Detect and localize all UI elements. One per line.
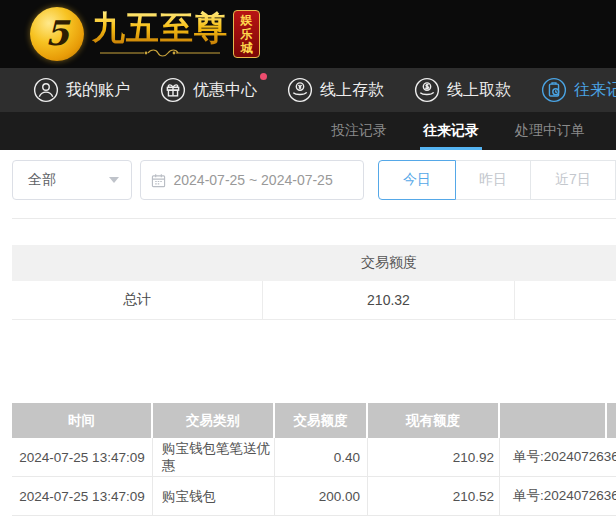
quick-date-buttons: 今日 昨日 近7日 — [378, 160, 616, 200]
cell-balance: 210.92 — [368, 438, 500, 476]
cell-amount: 0.40 — [275, 438, 368, 476]
summary-total-amount: 210.32 — [263, 281, 515, 319]
col-header-balance: 现有额度 — [368, 403, 500, 438]
logo-symbol: 5 — [45, 16, 69, 50]
gift-icon — [160, 77, 186, 103]
section-divider — [12, 218, 616, 219]
notification-dot — [260, 73, 267, 80]
col-header-empty — [607, 403, 616, 438]
nav-item-label: 我的账户 — [66, 80, 130, 101]
nav-item-label: 往来记录 — [574, 80, 616, 101]
site-header: 5 九五至尊 娱 乐 城 — [0, 0, 616, 68]
nav-item-records[interactable]: 往来记录 — [541, 77, 616, 103]
records-clipboard-clock-icon — [541, 77, 567, 103]
filter-bar: 全部 2024-07-25 ~ 2024-07-25 今日 昨日 近7日 — [0, 150, 616, 200]
date-range-value: 2024-07-25 ~ 2024-07-25 — [174, 172, 333, 188]
cell-amount: 200.00 — [275, 477, 368, 515]
nav-item-label: 优惠中心 — [193, 80, 257, 101]
tab-betting-records[interactable]: 投注记录 — [331, 112, 387, 150]
badge-char: 娱 — [241, 13, 253, 27]
nav-item-withdraw[interactable]: 线上取款 — [414, 77, 511, 103]
nav-item-promotions[interactable]: 优惠中心 — [160, 77, 257, 103]
tab-processing-orders[interactable]: 处理中订单 — [515, 112, 585, 150]
cell-order-number: 单号:2024072636 — [500, 477, 607, 515]
logo-coin-icon: 5 — [30, 7, 84, 61]
table-row: 2024-07-25 13:47:09 购宝钱包笔笔送优惠 0.40 210.9… — [12, 438, 616, 477]
table-row: 2024-07-25 13:47:09 购宝钱包 200.00 210.52 单… — [12, 477, 616, 516]
badge-char: 乐 — [241, 27, 253, 41]
yesterday-button[interactable]: 昨日 — [456, 160, 531, 200]
summary-total-label: 总计 — [12, 281, 263, 319]
nav-item-my-account[interactable]: 我的账户 — [33, 77, 130, 103]
col-header-time: 时间 — [12, 403, 153, 438]
cell-type: 购宝钱包 — [153, 477, 275, 515]
summary-header-row: 交易额度 — [12, 245, 616, 281]
summary-header-empty — [12, 245, 263, 281]
cell-balance: 210.52 — [368, 477, 500, 515]
last-7-days-button[interactable]: 近7日 — [531, 160, 616, 200]
summary-header-amount: 交易额度 — [263, 245, 515, 281]
col-header-empty — [500, 403, 607, 438]
flourish-ornament-icon — [100, 48, 220, 58]
nav-item-label: 线上取款 — [447, 80, 511, 101]
summary-table: 交易额度 总计 210.32 — [12, 245, 616, 320]
summary-total-row: 总计 210.32 — [12, 281, 616, 320]
nav-item-label: 线上存款 — [320, 80, 384, 101]
cell-time: 2024-07-25 13:47:09 — [12, 438, 153, 476]
records-table: 时间 交易类别 交易额度 现有额度 2024-07-25 13:47:09 购宝… — [12, 403, 616, 516]
type-select-value: 全部 — [28, 171, 56, 189]
summary-header-empty — [515, 245, 616, 281]
logo-block: 九五至尊 — [92, 10, 228, 57]
cell-time: 2024-07-25 13:47:09 — [12, 477, 153, 515]
date-range-input[interactable]: 2024-07-25 ~ 2024-07-25 — [140, 160, 365, 200]
site-title: 九五至尊 — [92, 10, 228, 46]
col-header-amount: 交易额度 — [275, 403, 368, 438]
type-select[interactable]: 全部 — [12, 160, 132, 200]
page: 5 九五至尊 娱 乐 城 我的账户 — [0, 0, 616, 517]
user-icon — [33, 77, 59, 103]
records-header-row: 时间 交易类别 交易额度 现有额度 — [12, 403, 616, 438]
deposit-hand-coin-icon — [287, 77, 313, 103]
today-button[interactable]: 今日 — [378, 160, 456, 200]
summary-cell-empty — [515, 281, 616, 319]
nav-item-deposit[interactable]: 线上存款 — [287, 77, 384, 103]
withdraw-hand-dollar-icon — [414, 77, 440, 103]
calendar-icon — [151, 173, 166, 188]
cell-empty — [607, 438, 616, 476]
entertainment-city-badge: 娱 乐 城 — [233, 10, 260, 58]
cell-empty — [607, 477, 616, 515]
cell-order-number: 单号:2024072636 — [500, 438, 607, 476]
col-header-type: 交易类别 — [153, 403, 275, 438]
chevron-down-icon — [109, 177, 119, 183]
main-nav: 我的账户 优惠中心 线上存款 线上取款 — [0, 68, 616, 112]
tab-transaction-records[interactable]: 往来记录 — [423, 112, 479, 150]
records-tab-bar: 投注记录 往来记录 处理中订单 — [0, 112, 616, 150]
badge-char: 城 — [241, 41, 253, 55]
cell-type: 购宝钱包笔笔送优惠 — [153, 438, 275, 476]
